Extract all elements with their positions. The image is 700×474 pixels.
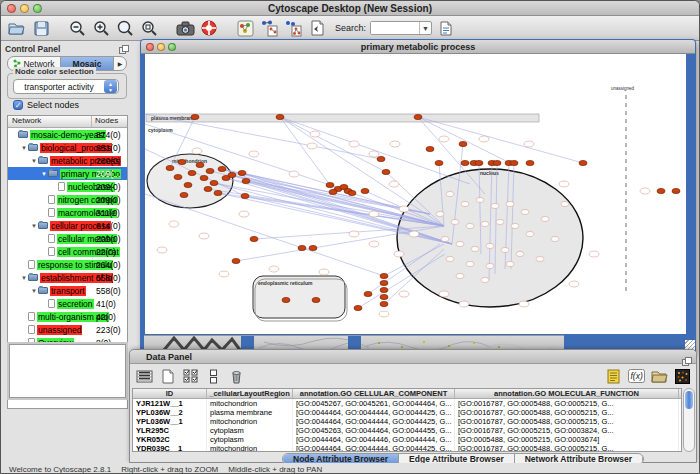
selected-network-node[interactable]: [214, 190, 222, 195]
birdseye-view-panel[interactable]: [7, 342, 128, 400]
selected-network-node[interactable]: [380, 273, 388, 278]
node-color-dropdown[interactable]: transporter activity ▲▼: [13, 79, 119, 94]
zoom-out-icon[interactable]: [67, 18, 87, 38]
selected-network-node[interactable]: [232, 258, 240, 263]
zoom-in-icon[interactable]: [91, 18, 111, 38]
unselected-node[interactable]: [157, 247, 167, 253]
plasma-membrane-region[interactable]: [146, 114, 539, 122]
network-window-titlebar[interactable]: primary metabolic process: [141, 40, 695, 54]
unselected-node[interactable]: [559, 181, 569, 187]
selected-network-node[interactable]: [196, 162, 204, 167]
minimize-window-button[interactable]: [20, 4, 29, 13]
selected-network-node[interactable]: [657, 188, 665, 193]
nucleus-node[interactable]: [561, 201, 569, 206]
selected-network-node[interactable]: [426, 146, 434, 151]
nucleus-node[interactable]: [486, 243, 494, 248]
selected-network-node[interactable]: [241, 193, 249, 198]
tree-row[interactable]: ▼establishment of lo558(0): [8, 271, 127, 284]
tree-row[interactable]: ▼metabolic process280(0): [8, 154, 127, 167]
zoom-window-button[interactable]: [33, 4, 42, 13]
unselected-node[interactable]: [640, 188, 650, 194]
function-builder-icon[interactable]: f(x): [626, 366, 646, 386]
unselected-node[interactable]: [289, 171, 299, 177]
nucleus-node[interactable]: [456, 241, 464, 246]
zoom-fit-icon[interactable]: [115, 18, 135, 38]
create-view-icon[interactable]: [259, 18, 279, 38]
selected-network-node[interactable]: [510, 160, 518, 165]
unselected-node[interactable]: [219, 271, 229, 277]
selected-network-node[interactable]: [354, 305, 362, 310]
delete-attribute-icon[interactable]: [226, 366, 246, 386]
more-tabs-arrow-icon[interactable]: ▶: [114, 57, 126, 70]
nucleus-node[interactable]: [491, 203, 499, 208]
create-attribute-icon[interactable]: [157, 366, 177, 386]
nucleus-node[interactable]: [446, 191, 454, 196]
nucleus-node[interactable]: [541, 216, 549, 221]
selected-network-node[interactable]: [326, 182, 334, 187]
nucleus-node[interactable]: [446, 256, 454, 261]
tree-row[interactable]: secretion41(0): [8, 297, 127, 310]
nucleus-node[interactable]: [521, 209, 529, 214]
unselected-node[interactable]: [349, 141, 359, 147]
unselected-node[interactable]: [369, 211, 379, 217]
tree-row[interactable]: ▼primary metabo209(...: [8, 167, 127, 180]
nucleus-node[interactable]: [506, 201, 514, 206]
nucleus-node[interactable]: [466, 261, 474, 266]
tree-column-nodes[interactable]: Nodes: [92, 116, 127, 127]
search-dropdown-arrow-icon[interactable]: ▼: [419, 22, 431, 34]
selected-network-node[interactable]: [435, 160, 443, 165]
nucleus-node[interactable]: [496, 219, 504, 224]
selected-network-node[interactable]: [228, 172, 236, 177]
selected-network-node[interactable]: [461, 160, 469, 165]
selected-network-node[interactable]: [312, 297, 320, 302]
nucleus-node[interactable]: [436, 211, 444, 216]
selected-network-node[interactable]: [526, 160, 534, 165]
tree-row[interactable]: cellular metabo209(0): [8, 232, 127, 245]
tree-row[interactable]: multi-organism pro42(0): [8, 310, 127, 323]
unselected-node[interactable]: [519, 301, 529, 307]
table-row[interactable]: YLR295Ccytoplasm[GO:0045263, GO:0044464,…: [133, 426, 681, 435]
tree-column-network[interactable]: Network: [8, 116, 92, 127]
selected-network-node[interactable]: [380, 287, 388, 292]
snapshot-icon[interactable]: [175, 18, 195, 38]
unselected-node[interactable]: [589, 251, 599, 257]
unselected-node[interactable]: [409, 231, 419, 237]
nucleus-node[interactable]: [456, 273, 464, 278]
nucleus-node[interactable]: [471, 246, 479, 251]
table-column-header[interactable]: ID: [133, 389, 207, 398]
selected-network-node[interactable]: [210, 180, 218, 185]
selected-network-node[interactable]: [329, 189, 337, 194]
selected-network-node[interactable]: [191, 114, 199, 119]
nucleus-node[interactable]: [501, 247, 509, 252]
unselected-node[interactable]: [399, 291, 409, 297]
unselected-node[interactable]: [310, 131, 320, 137]
tree-row[interactable]: macromolecule311(0): [8, 206, 127, 219]
selected-network-node[interactable]: [377, 156, 385, 161]
selected-network-node[interactable]: [238, 170, 246, 175]
unselected-node[interactable]: [479, 136, 489, 142]
nucleus-node[interactable]: [441, 236, 449, 241]
selected-network-node[interactable]: [414, 114, 422, 119]
select-attributes-icon[interactable]: [134, 366, 154, 386]
selected-network-node[interactable]: [380, 294, 388, 299]
table-row[interactable]: YKR052Ccytoplasm[GO:0044464, GO:0044446,…: [133, 435, 681, 444]
tree-expand-arrow-icon[interactable]: ▼: [30, 158, 38, 164]
selected-network-node[interactable]: [361, 188, 369, 193]
tree-expand-arrow-icon[interactable]: ▼: [20, 275, 28, 281]
unselected-node[interactable]: [439, 291, 449, 297]
tree-row[interactable]: cell communicat22(0): [8, 245, 127, 258]
import-attributes-icon[interactable]: [649, 366, 669, 386]
help-icon[interactable]: [199, 18, 219, 38]
table-row[interactable]: YDR039C__1mitochondrion[GO:0044464, GO:0…: [133, 444, 681, 452]
unselected-node[interactable]: [439, 136, 449, 142]
selected-network-node[interactable]: [188, 170, 196, 175]
unselected-node[interactable]: [524, 141, 534, 147]
nucleus-node[interactable]: [486, 263, 494, 268]
selected-network-node[interactable]: [459, 141, 467, 146]
nucleus-node[interactable]: [506, 261, 514, 266]
selected-network-node[interactable]: [276, 114, 284, 119]
selected-network-node[interactable]: [184, 182, 192, 187]
selected-network-node[interactable]: [180, 192, 188, 197]
table-scrollbar[interactable]: [683, 388, 695, 452]
selected-network-node[interactable]: [204, 186, 212, 191]
